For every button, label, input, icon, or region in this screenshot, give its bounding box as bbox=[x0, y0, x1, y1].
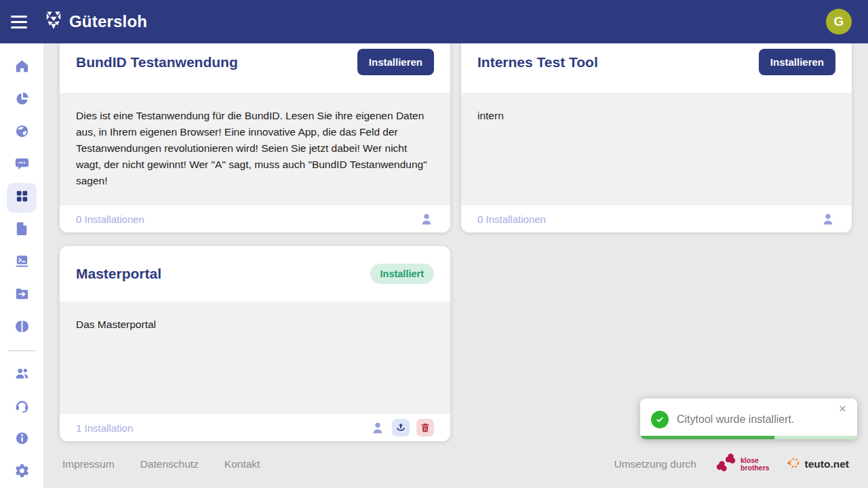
sidebar-item-export[interactable] bbox=[0, 279, 43, 311]
installers-icon[interactable] bbox=[821, 211, 835, 226]
grid-icon bbox=[14, 188, 30, 207]
card-description: Dies ist eine Testanwendung für die Bund… bbox=[60, 93, 450, 205]
sidebar-item-home[interactable] bbox=[0, 52, 43, 84]
install-count: 0 Installationen bbox=[76, 214, 144, 225]
page-footer: Impressum Datenschutz Kontakt Umsetzung … bbox=[60, 441, 852, 488]
sidebar-item-compare[interactable] bbox=[0, 311, 43, 344]
sidebar-item-documents[interactable] bbox=[0, 214, 43, 247]
installers-icon[interactable] bbox=[370, 420, 385, 435]
install-button[interactable]: Installieren bbox=[759, 49, 835, 75]
sidebar-item-info[interactable] bbox=[0, 423, 43, 455]
terminal-icon bbox=[14, 253, 30, 272]
sidebar-item-statistics[interactable] bbox=[0, 84, 43, 117]
sidebar-item-terminal[interactable] bbox=[0, 247, 43, 279]
sidebar bbox=[0, 43, 43, 488]
card-title: Internes Test Tool bbox=[477, 54, 598, 70]
headset-icon bbox=[14, 398, 30, 416]
update-upload-button[interactable] bbox=[392, 419, 410, 436]
teuto-net-logo[interactable]: teuto.net bbox=[787, 456, 849, 472]
card-description: Das Masterportal bbox=[60, 302, 450, 414]
guetersloh-shield-icon bbox=[45, 10, 62, 33]
document-icon bbox=[14, 221, 30, 239]
delete-trash-button[interactable] bbox=[416, 419, 434, 436]
sidebar-item-settings[interactable] bbox=[0, 455, 43, 488]
gear-icon bbox=[14, 463, 30, 481]
sidebar-item-messages[interactable] bbox=[0, 149, 43, 182]
sidebar-divider bbox=[8, 350, 35, 351]
installed-badge: Installiert bbox=[370, 264, 434, 284]
app-title: Gütersloh bbox=[69, 12, 147, 31]
home-icon bbox=[14, 58, 30, 77]
klose-brothers-icon bbox=[714, 453, 737, 475]
hamburger-menu-icon[interactable] bbox=[11, 14, 30, 30]
attribution-text: Umsetzung durch bbox=[614, 458, 696, 470]
globe-icon bbox=[14, 123, 30, 142]
install-count: 0 Installationen bbox=[477, 214, 546, 225]
sidebar-item-apps[interactable] bbox=[0, 182, 43, 214]
sidebar-item-web[interactable] bbox=[0, 117, 43, 149]
install-button[interactable]: Installieren bbox=[357, 49, 434, 75]
teuto-net-icon bbox=[787, 456, 801, 472]
footer-link-impressum[interactable]: Impressum bbox=[62, 458, 115, 470]
toast-progress-fill bbox=[640, 436, 774, 439]
folder-export-icon bbox=[14, 286, 30, 304]
app-card-internes-test-tool: Internes Test Tool Installieren intern 0… bbox=[461, 43, 852, 232]
footer-link-datenschutz[interactable]: Datenschutz bbox=[140, 458, 199, 470]
sidebar-item-support[interactable] bbox=[0, 390, 43, 423]
installers-icon[interactable] bbox=[419, 211, 434, 226]
split-circle-icon bbox=[14, 319, 30, 337]
chat-icon bbox=[14, 156, 30, 174]
user-avatar[interactable]: G bbox=[826, 9, 852, 35]
app-logo[interactable]: Gütersloh bbox=[45, 10, 147, 33]
sidebar-item-users[interactable] bbox=[0, 358, 43, 390]
app-card-bundid: BundID Testanwendung Installieren Dies i… bbox=[60, 43, 450, 232]
card-description: intern bbox=[461, 93, 852, 205]
footer-link-kontakt[interactable]: Kontakt bbox=[224, 458, 260, 470]
app-card-grid: BundID Testanwendung Installieren Dies i… bbox=[60, 43, 852, 441]
toast-notification: × Citytool wurde installiert. bbox=[640, 399, 857, 439]
klose-brothers-logo[interactable]: klosebrothers bbox=[714, 453, 770, 475]
card-title: Masterportal bbox=[76, 266, 161, 282]
toast-close-icon[interactable]: × bbox=[835, 401, 850, 415]
users-icon bbox=[14, 365, 30, 384]
app-card-masterportal: Masterportal Installiert Das Masterporta… bbox=[60, 246, 450, 441]
info-icon bbox=[14, 430, 30, 449]
app-header: Gütersloh G bbox=[0, 0, 868, 43]
install-count: 1 Installation bbox=[76, 422, 133, 434]
success-check-icon bbox=[651, 411, 669, 428]
toast-progress-track bbox=[640, 436, 857, 439]
pie-chart-icon bbox=[14, 91, 30, 109]
card-title: BundID Testanwendung bbox=[76, 54, 238, 70]
toast-message: Citytool wurde installiert. bbox=[677, 413, 794, 426]
